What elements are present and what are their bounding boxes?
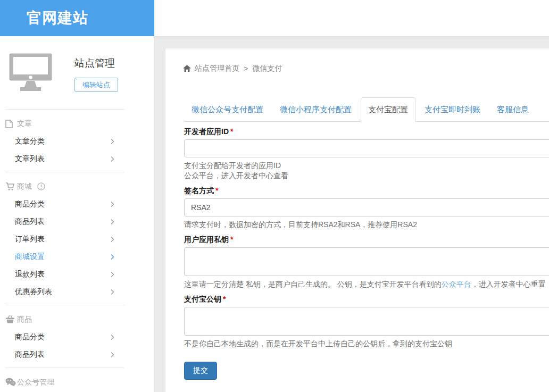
sidebar-section-mall[interactable]: 商城 (0, 178, 154, 195)
label-text: 开发者应用ID (184, 127, 229, 136)
breadcrumb-current: 微信支付 (252, 64, 282, 73)
app-title: 官网建站 (0, 0, 154, 36)
alipay-config-form: 开发者应用ID* 支付宝分配给开发者的应用ID 公众平台，进入开发者中心查看 签… (184, 127, 549, 380)
submit-button[interactable]: 提交 (184, 362, 217, 380)
site-title: 站点管理 (74, 56, 115, 70)
tab-wechat-official-pay-config[interactable]: 微信公众号支付配置 (184, 97, 271, 122)
developer-app-id-input[interactable] (184, 139, 549, 157)
field-help: 不是你自己本地生成的，而是在开发平台中上传自己的公钥后，拿到的支付宝公钥 (184, 339, 549, 349)
article-icon (5, 120, 17, 128)
item-label: 商城设置 (15, 252, 45, 262)
field-help: 支付宝分配给开发者的应用ID 公众平台，进入开发者中心查看 (184, 161, 549, 181)
tab-customer-service-info[interactable]: 客服信息 (489, 97, 536, 122)
sidebar-item-refund-list[interactable]: 退款列表 (0, 265, 154, 283)
brand-bar: 官网建站 (0, 0, 154, 36)
breadcrumb-home-link[interactable]: 站点管理首页 (195, 64, 239, 73)
field-label: 签名方式* (184, 186, 549, 196)
required-mark: * (223, 295, 226, 303)
sidebar-item-goods-list[interactable]: 商品列表 (0, 213, 154, 230)
item-label: 文章列表 (15, 154, 45, 164)
sign-type-input[interactable] (184, 198, 549, 216)
chevron-right-icon (111, 352, 114, 357)
breadcrumb: 站点管理首页 > 微信支付 (183, 63, 549, 73)
content-area: 站点管理首页 > 微信支付 微信公众号支付配置 微信小程序支付配置 支付宝配置 … (154, 36, 549, 392)
item-label: 商品列表 (15, 217, 45, 227)
sidebar-item-product-categories[interactable]: 商品分类 (0, 328, 154, 346)
item-label: 商品分类 (15, 332, 45, 342)
item-label: 文章分类 (15, 137, 45, 146)
field-help: 请求支付时，数据加密的方式，目前支持RSA2和RSA，推荐使用RSA2 (184, 220, 549, 230)
sidebar-section-articles[interactable]: 文章 (0, 115, 154, 132)
sidebar-divider (5, 172, 124, 172)
help-line: 支付宝分配给开发者的应用ID (184, 161, 549, 171)
section-label: 商品 (17, 315, 32, 324)
item-label: 优惠券列表 (15, 287, 52, 297)
help-line: 请求支付时，数据加密的方式，目前支持RSA2和RSA，推荐使用RSA2 (184, 220, 549, 230)
sidebar-item-mall-settings[interactable]: 商城设置 (0, 248, 154, 265)
sidebar-item-coupon-list[interactable]: 优惠券列表 (0, 283, 154, 301)
payment-config-tabs: 微信公众号支付配置 微信小程序支付配置 支付宝配置 支付宝即时到账 客服信息 (184, 97, 549, 122)
breadcrumb-separator: > (244, 64, 248, 73)
item-label: 退款列表 (15, 270, 45, 279)
field-developer-app-id: 开发者应用ID* 支付宝分配给开发者的应用ID 公众平台，进入开发者中心查看 (184, 127, 549, 181)
help-line: 这里请一定分清楚 私钥，是商户自己生成的。 公钥，是支付宝开发平台看到的 (184, 280, 442, 288)
field-label: 支付宝公钥* (184, 295, 549, 304)
edit-site-button[interactable]: 编辑站点 (74, 78, 118, 92)
chevron-right-icon (111, 236, 114, 242)
chevron-right-icon (111, 289, 114, 295)
label-text: 支付宝公钥 (184, 295, 221, 303)
item-label: 订单列表 (15, 235, 45, 244)
required-mark: * (215, 186, 218, 195)
chevron-right-icon (111, 138, 114, 144)
content-panel: 站点管理首页 > 微信支付 微信公众号支付配置 微信小程序支付配置 支付宝配置 … (165, 48, 549, 392)
chevron-right-icon (111, 254, 114, 260)
wechat-icon (5, 378, 17, 387)
field-user-private-key: 用户应用私钥* 这里请一定分清楚 私钥，是商户自己生成的。 公钥，是支付宝开发平… (184, 235, 549, 289)
sidebar: 站点管理 编辑站点 文章 文章分类 文章列表 商城 商品分类 商品列表 订单列 (0, 36, 154, 392)
user-private-key-textarea[interactable] (184, 247, 549, 276)
home-icon (183, 65, 191, 72)
required-mark: * (230, 235, 233, 244)
sidebar-divider (5, 368, 124, 368)
sidebar-item-product-list[interactable]: 商品列表 (0, 346, 154, 363)
help-line: 不是你自己本地生成的，而是在开发平台中上传自己的公钥后，拿到的支付宝公钥 (184, 339, 549, 349)
sidebar-section-products[interactable]: 商品 (0, 311, 154, 328)
required-mark: * (230, 127, 233, 136)
section-label: 文章 (17, 119, 32, 129)
field-label: 开发者应用ID* (184, 127, 549, 137)
sidebar-item-order-list[interactable]: 订单列表 (0, 230, 154, 248)
label-text: 用户应用私钥 (184, 235, 229, 244)
field-label: 用户应用私钥* (184, 235, 549, 245)
sidebar-item-article-categories[interactable]: 文章分类 (0, 132, 154, 150)
field-alipay-public-key: 支付宝公钥* 不是你自己本地生成的，而是在开发平台中上传自己的公钥后，拿到的支付… (184, 295, 549, 349)
label-text: 签名方式 (184, 186, 214, 195)
field-help: 这里请一定分清楚 私钥，是商户自己生成的。 公钥，是支付宝开发平台看到的公众平台… (184, 279, 549, 289)
item-label: 商品列表 (15, 350, 45, 360)
tab-wechat-miniprogram-pay-config[interactable]: 微信小程序支付配置 (272, 97, 359, 122)
sidebar-divider (5, 109, 124, 110)
chevron-right-icon (111, 156, 114, 162)
sidebar-section-official-account[interactable]: 公众号管理 (0, 373, 154, 391)
help-line: ，进入开发者中心重置 (471, 280, 546, 288)
chevron-right-icon (111, 219, 114, 224)
public-platform-link[interactable]: 公众平台 (442, 280, 471, 288)
sidebar-divider (5, 305, 124, 305)
sidebar-item-article-list[interactable]: 文章列表 (0, 150, 154, 168)
basket-icon (5, 315, 17, 323)
chevron-right-icon (111, 201, 114, 207)
help-line: 公众平台，进入开发者中心查看 (184, 171, 549, 181)
sidebar-item-goods-categories[interactable]: 商品分类 (0, 195, 154, 213)
alert-circle-icon (37, 182, 45, 190)
alipay-public-key-textarea[interactable] (184, 307, 549, 336)
tab-alipay-instant-payment[interactable]: 支付宝即时到账 (417, 97, 488, 122)
section-label: 公众号管理 (17, 378, 54, 387)
item-label: 商品分类 (15, 199, 45, 209)
monitor-icon (9, 53, 52, 94)
chevron-right-icon (111, 334, 114, 340)
section-label: 商城 (17, 182, 32, 191)
field-sign-type: 签名方式* 请求支付时，数据加密的方式，目前支持RSA2和RSA，推荐使用RSA… (184, 186, 549, 230)
cart-icon (5, 182, 17, 191)
chevron-right-icon (111, 271, 114, 277)
tab-alipay-config[interactable]: 支付宝配置 (361, 97, 415, 122)
site-block: 站点管理 编辑站点 (0, 36, 154, 105)
